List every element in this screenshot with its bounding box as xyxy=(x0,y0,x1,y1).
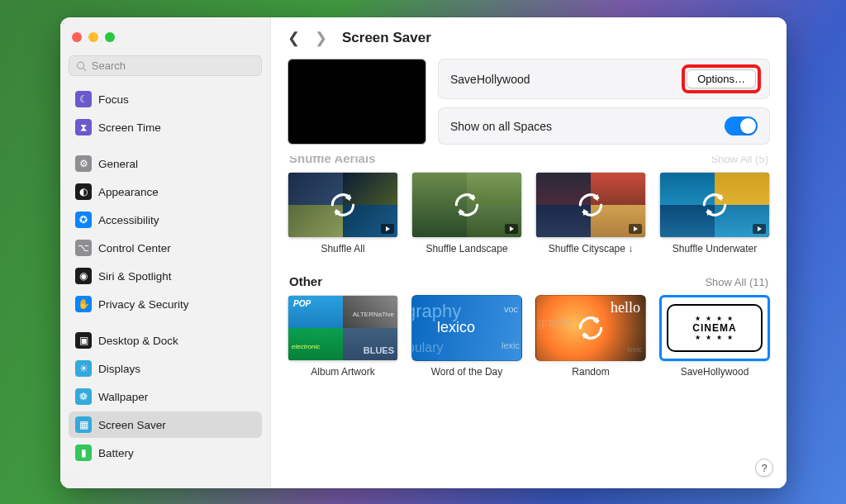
thumbnail-image: graphyvoclexicobularylexic xyxy=(411,295,522,361)
saver-name-row: SaveHollywood Options… xyxy=(438,59,770,99)
sidebar-item-label: Wallpaper xyxy=(98,391,148,403)
sidebar-item-label: Displays xyxy=(98,363,140,375)
saver-thumbnail[interactable]: graphyvoclexicobularylexicWord of the Da… xyxy=(411,295,522,378)
thumbnail-image: hellographylexic xyxy=(535,295,646,361)
sidebar-item-focus[interactable]: ☾Focus xyxy=(69,86,262,112)
sidebar-icon: ✪ xyxy=(75,212,92,228)
cinema-ticket-icon: CINEMA xyxy=(667,304,763,352)
play-badge-icon xyxy=(381,224,394,234)
sidebar-icon: ⚙ xyxy=(75,155,92,172)
sidebar-item-label: Battery xyxy=(98,447,134,459)
sidebar-item-screen-saver[interactable]: ▦Screen Saver xyxy=(69,411,262,438)
sidebar-nav: ☾Focus⧗Screen Time⚙General◐Appearance✪Ac… xyxy=(69,86,262,466)
thumbnail-image xyxy=(659,172,770,238)
sidebar-item-label: General xyxy=(98,158,138,170)
help-button[interactable]: ? xyxy=(755,459,773,477)
thumbnail-label: Shuffle All xyxy=(288,243,398,254)
thumbnail-image xyxy=(411,172,522,238)
sidebar-icon: ⧗ xyxy=(75,119,92,136)
sidebar-item-label: Accessibility xyxy=(98,214,159,226)
section-title: Other xyxy=(289,274,322,288)
sidebar-item-label: Screen Time xyxy=(98,121,161,134)
sidebar-item-privacy-security[interactable]: ✋Privacy & Security xyxy=(69,291,262,317)
thumbnail-row: Shuffle AllShuffle LandscapeShuffle City… xyxy=(288,172,770,254)
zoom-window-button[interactable] xyxy=(105,32,115,42)
sidebar-item-control-center[interactable]: ⌥Control Center xyxy=(69,235,262,261)
section-header: Shuffle AerialsShow All (5) xyxy=(289,156,768,165)
svg-point-0 xyxy=(78,62,84,69)
sidebar-item-label: Desktop & Dock xyxy=(98,335,178,347)
sidebar-item-battery[interactable]: ▮Battery xyxy=(69,440,262,466)
saver-thumbnail[interactable]: CINEMASaveHollywood xyxy=(659,295,770,378)
sidebar-icon: ▮ xyxy=(75,445,92,461)
main-panel: ❮ ❯ Screen Saver SaveHollywood Options… … xyxy=(271,17,787,488)
section-title: Shuffle Aerials xyxy=(289,156,375,165)
thumbnail-label: Shuffle Landscape xyxy=(411,243,522,254)
sidebar-item-general[interactable]: ⚙General xyxy=(69,150,262,177)
minimize-window-button[interactable] xyxy=(88,32,98,42)
sidebar-item-wallpaper[interactable]: ❁Wallpaper xyxy=(69,383,262,410)
thumbnail-image: POPALTERNaTiveelectronicBLUES xyxy=(288,295,398,361)
sidebar-icon: ❁ xyxy=(75,388,92,405)
svg-line-1 xyxy=(83,68,86,70)
thumbnail-row: POPALTERNaTiveelectronicBLUESAlbum Artwo… xyxy=(288,295,770,378)
back-button[interactable]: ❮ xyxy=(288,29,300,47)
forward-button[interactable]: ❯ xyxy=(315,29,327,47)
sidebar-item-desktop-dock[interactable]: ▣Desktop & Dock xyxy=(69,327,262,354)
sidebar-icon: ◉ xyxy=(75,268,92,284)
play-badge-icon xyxy=(753,224,766,234)
sidebar-item-accessibility[interactable]: ✪Accessibility xyxy=(69,207,262,233)
options-button[interactable]: Options… xyxy=(687,69,756,88)
options-highlight: Options… xyxy=(685,68,758,90)
sidebar-item-label: Focus xyxy=(98,93,129,106)
thumbnail-image xyxy=(288,172,398,238)
show-on-all-spaces-label: Show on all Spaces xyxy=(450,120,552,133)
play-badge-icon xyxy=(505,224,518,234)
play-badge-icon xyxy=(629,224,642,234)
thumbnail-label: Word of the Day xyxy=(411,366,522,378)
window-controls xyxy=(69,27,262,55)
thumbnail-label: Shuffle Underwater xyxy=(659,243,770,254)
thumbnail-image xyxy=(535,172,646,238)
saver-thumbnail[interactable]: hellographylexicRandom xyxy=(535,295,646,378)
sidebar-item-label: Privacy & Security xyxy=(98,298,189,311)
sidebar-item-screen-time[interactable]: ⧗Screen Time xyxy=(69,114,262,140)
close-window-button[interactable] xyxy=(72,32,82,42)
show-on-all-spaces-toggle[interactable] xyxy=(725,116,758,136)
sidebar-item-label: Appearance xyxy=(98,186,159,198)
sidebar-item-label: Screen Saver xyxy=(98,419,166,431)
sidebar-icon: ◐ xyxy=(75,183,92,200)
show-all-link[interactable]: Show All (11) xyxy=(705,276,768,288)
show-on-all-spaces-row: Show on all Spaces xyxy=(438,107,770,145)
thumbnail-image: CINEMA xyxy=(659,295,770,361)
sidebar-icon: ☾ xyxy=(75,91,92,107)
show-all-link[interactable]: Show All (5) xyxy=(711,156,768,165)
sidebar-item-label: Control Center xyxy=(98,242,171,254)
system-settings-window: ☾Focus⧗Screen Time⚙General◐Appearance✪Ac… xyxy=(60,17,787,488)
saver-preview xyxy=(288,59,426,145)
sidebar-icon: ⌥ xyxy=(75,240,92,256)
thumbnail-label: Random xyxy=(535,366,646,378)
saver-thumbnail[interactable]: Shuffle All xyxy=(288,172,398,254)
main-header: ❮ ❯ Screen Saver xyxy=(271,17,787,55)
sidebar-icon: ▣ xyxy=(75,332,92,349)
saver-thumbnail[interactable]: POPALTERNaTiveelectronicBLUESAlbum Artwo… xyxy=(288,295,398,378)
saver-thumbnail[interactable]: Shuffle Cityscape ↓ xyxy=(535,172,646,254)
search-input[interactable] xyxy=(92,59,254,72)
sidebar: ☾Focus⧗Screen Time⚙General◐Appearance✪Ac… xyxy=(60,17,271,488)
sidebar-item-displays[interactable]: ☀Displays xyxy=(69,355,262,382)
sidebar-icon: ✋ xyxy=(75,296,92,312)
saver-thumbnail[interactable]: Shuffle Underwater xyxy=(659,172,770,254)
search-field[interactable] xyxy=(69,55,262,76)
sidebar-item-siri-spotlight[interactable]: ◉Siri & Spotlight xyxy=(69,263,262,289)
sidebar-item-label: Siri & Spotlight xyxy=(98,270,172,283)
sidebar-icon: ☀ xyxy=(75,360,92,377)
sidebar-item-appearance[interactable]: ◐Appearance xyxy=(69,178,262,205)
section-header: OtherShow All (11) xyxy=(289,274,768,288)
thumbnail-label: Shuffle Cityscape ↓ xyxy=(535,243,646,254)
saver-hero: SaveHollywood Options… Show on all Space… xyxy=(271,55,787,156)
saver-sections: Shuffle AerialsShow All (5)Shuffle AllSh… xyxy=(271,156,787,488)
page-title: Screen Saver xyxy=(342,30,431,46)
search-icon xyxy=(76,60,87,72)
saver-thumbnail[interactable]: Shuffle Landscape xyxy=(411,172,522,254)
